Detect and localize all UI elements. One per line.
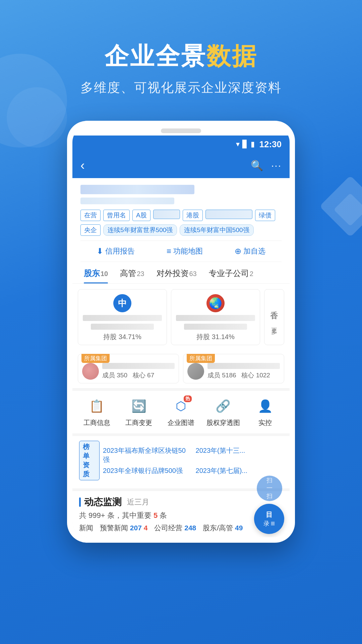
tab-executives[interactable]: 高管23 [114, 262, 150, 283]
monitor-title-bar [79, 497, 81, 507]
monitor-shareholders-execs[interactable]: 股东/高管 49 [203, 523, 243, 533]
search-icon[interactable]: 🔍 [251, 160, 263, 171]
company-sub-name [80, 198, 174, 204]
header-actions: 🔍 ··· [251, 160, 282, 171]
tab-subsidiaries[interactable]: 专业子公司2 [203, 262, 259, 283]
award-item-2[interactable]: 2023年(第十三... [196, 446, 283, 464]
tags-row-2: 央企 连续5年财富世界500强 连续5年财富中国500强 [80, 224, 282, 236]
top-section: 企业全景数据 多维度、可视化展示企业深度资料 [0, 0, 362, 96]
shareholder-avatar-2: 🌏 [206, 294, 225, 312]
enterprise-chart-icon-wrap: ⬡ 热 [172, 397, 190, 416]
group-avatar-2 [187, 363, 204, 380]
business-info-label: 工商信息 [83, 418, 110, 427]
shareholders-execs-count: 49 [235, 524, 243, 532]
tab-investments[interactable]: 对外投资63 [150, 262, 203, 283]
equity-penetration-label: 股权穿透图 [206, 418, 240, 427]
monitor-company-ops[interactable]: 公司经营 248 [154, 523, 196, 533]
shareholder-pct-1: 持股 34.71% [103, 332, 141, 341]
download-icon: ⬇ [97, 247, 103, 256]
warning-news-count: 207 [130, 524, 142, 532]
shareholder-card-2[interactable]: 🌏 持股 31.14% [171, 289, 260, 345]
company-section: 在营 曾用名 A股 港股 绿债 央企 连续5年财富世界500强 连续5年财富中国… [72, 178, 290, 262]
tag-active[interactable]: 在营 [80, 210, 101, 221]
xiang-label: 香 [270, 310, 278, 321]
actual-control-label: 实控 [258, 418, 272, 427]
shareholder-name-sub-2 [184, 324, 247, 330]
main-title: 企业全景数据 [0, 40, 362, 72]
back-button[interactable]: ‹ [80, 158, 85, 173]
investments-count: 63 [189, 270, 197, 277]
business-change-icon: 🔄 [131, 399, 146, 413]
shareholder-cards: 中 持股 34.71% 🌏 持股 31.14% 香 [78, 289, 284, 345]
feature-actual-control[interactable]: 👤 实控 [244, 397, 286, 427]
tag-a-share[interactable]: A股 [132, 210, 150, 221]
award-item-4[interactable]: 2023年(第七届)... [196, 466, 283, 475]
tag-fortune-world[interactable]: 连续5年财富世界500强 [103, 224, 177, 236]
tag-green-bond[interactable]: 绿债 [255, 210, 275, 221]
float-secondary-button[interactable]: 扫一扫 [257, 476, 282, 501]
business-change-label: 工商变更 [125, 418, 152, 427]
add-watchlist-btn[interactable]: ⊕ 加自选 [235, 246, 265, 256]
enterprise-chart-label: 企业图谱 [168, 418, 194, 427]
actual-control-icon: 👤 [258, 399, 273, 413]
group-card-2[interactable]: 所属集团 成员 5186 核心 1022 [183, 354, 284, 383]
tag-fortune-china[interactable]: 连续5年财富中国500强 [180, 224, 253, 236]
list-icon: ≡ [167, 247, 171, 256]
float-menu-button[interactable]: 目 录 ≡ [254, 504, 284, 534]
shareholder-card-1[interactable]: 中 持股 34.71% [78, 289, 167, 345]
shareholder-more-card[interactable]: 香 更多 [264, 289, 284, 345]
group-card-inner-2: 成员 5186 核心 1022 [187, 363, 280, 380]
group-badge-1: 所属集团 [81, 354, 110, 363]
group-stats-1: 成员 350 核心 67 [102, 371, 175, 380]
shareholders-count: 10 [101, 270, 108, 277]
credit-report-label: 信用报告 [105, 246, 135, 256]
more-label: 更多 [270, 323, 278, 324]
group-avatar-1 [82, 363, 99, 380]
more-icon[interactable]: ··· [271, 160, 282, 171]
monitor-header: 动态监测 近三月 [79, 496, 283, 508]
shareholders-section: 中 持股 34.71% 🌏 持股 31.14% 香 [72, 284, 290, 351]
group-card-1[interactable]: 所属集团 成员 350 核心 67 [78, 354, 179, 383]
group-info-2: 成员 5186 核心 1022 [207, 363, 280, 380]
award-item-1[interactable]: 2023年福布斯全球区块链50强 [103, 446, 190, 464]
group-info-1: 成员 350 核心 67 [102, 363, 175, 380]
group-badge-2: 所属集团 [187, 354, 215, 363]
feature-business-info[interactable]: 📋 工商信息 [76, 397, 118, 427]
shareholder-name-1 [83, 315, 162, 321]
tag-央企[interactable]: 央企 [80, 224, 101, 236]
monitor-period: 近三月 [127, 497, 149, 507]
company-name [80, 185, 194, 194]
equity-penetration-icon: 🔗 [216, 399, 231, 413]
monitor-warning-news[interactable]: 预警新闻 207 4 [100, 523, 147, 533]
group-card-inner-1: 成员 350 核心 67 [82, 363, 175, 380]
awards-section: 榜单 资质 2023年福布斯全球区块链50强 2023年(第十三... 2023… [72, 433, 290, 488]
award-item-3[interactable]: 2023年全球银行品牌500强 [103, 466, 190, 475]
features-section: 📋 工商信息 🔄 工商变更 ⬡ 热 企业图谱 [72, 388, 290, 433]
awards-title-2: 资质 [83, 461, 96, 479]
tag-hk-share[interactable]: 港股 [183, 210, 203, 221]
phone-outer: ▾ ▊ ▮ 12:30 ‹ 🔍 ··· 在营 [67, 121, 295, 543]
feature-business-change[interactable]: 🔄 工商变更 [118, 397, 160, 427]
tag-blur-1 [153, 210, 180, 219]
diamond-decoration [328, 184, 362, 228]
title-white: 企业全景 [105, 43, 206, 69]
tab-shareholders[interactable]: 股东10 [78, 262, 114, 283]
group-section: 所属集团 成员 350 核心 67 所属集团 [72, 351, 290, 388]
phone-notch [161, 128, 201, 133]
float-btn-label: 目 [266, 510, 273, 519]
signal-icon: ▊ [242, 140, 248, 149]
wifi-icon: ▾ [236, 140, 240, 149]
subsidiaries-count: 2 [250, 270, 253, 277]
monitor-news[interactable]: 新闻 [79, 523, 93, 533]
tag-former-name[interactable]: 曾用名 [103, 210, 130, 221]
shareholder-avatar-1: 中 [113, 294, 131, 312]
executives-count: 23 [137, 270, 144, 277]
feature-equity-penetration[interactable]: 🔗 股权穿透图 [202, 397, 244, 427]
feature-enterprise-chart[interactable]: ⬡ 热 企业图谱 [160, 397, 202, 427]
awards-grid: 2023年福布斯全球区块链50强 2023年(第十三... 2023年全球银行品… [103, 446, 283, 475]
feature-map-btn[interactable]: ≡ 功能地图 [167, 246, 203, 256]
company-ops-count: 248 [184, 524, 196, 532]
credit-report-btn[interactable]: ⬇ 信用报告 [97, 246, 135, 256]
status-bar: ▾ ▊ ▮ 12:30 [72, 136, 290, 153]
group-name-1 [102, 363, 175, 369]
